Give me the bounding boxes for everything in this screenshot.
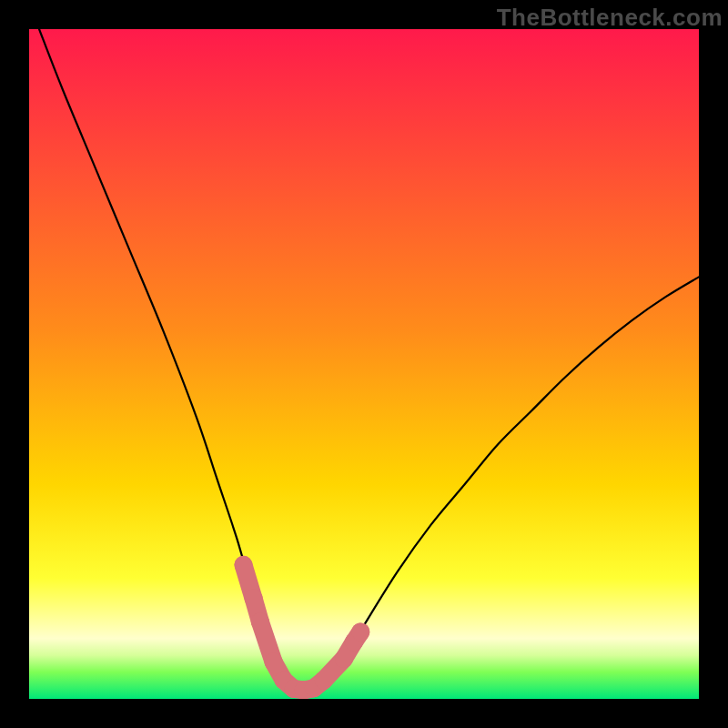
marker-dot (351, 622, 369, 641)
chart-svg (29, 29, 699, 699)
plot-area (29, 29, 699, 699)
gradient-bg (29, 29, 699, 699)
chart-frame: TheBottleneck.com (0, 0, 728, 728)
watermark-text: TheBottleneck.com (497, 4, 723, 32)
